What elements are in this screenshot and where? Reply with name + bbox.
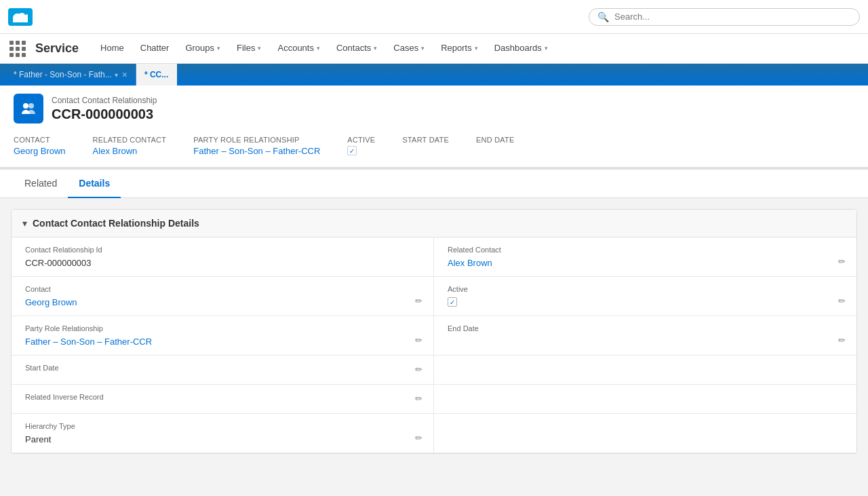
hierarchy-type-value: Parent xyxy=(25,434,420,444)
field-empty-1 xyxy=(434,356,856,385)
detail-grid: Contact Relationship Id CCR-000000003 Re… xyxy=(12,237,856,453)
search-bar[interactable]: 🔍 xyxy=(589,8,860,26)
header-active-checkbox xyxy=(347,146,357,155)
cases-chevron-icon: ▾ xyxy=(421,45,425,52)
detail-section: ▾ Contact Contact Relationship Details C… xyxy=(11,209,857,454)
field-end-date: End Date ✏ xyxy=(434,316,856,356)
contact-relationship-id-value: CCR-000000003 xyxy=(25,258,420,268)
active-edit-icon[interactable]: ✏ xyxy=(838,296,846,306)
app-nav: Service Home Chatter Groups▾ Files▾ Acco… xyxy=(0,34,868,64)
detail-tabs: Related Details xyxy=(0,170,868,198)
section-chevron-icon: ▾ xyxy=(22,218,27,229)
search-icon: 🔍 xyxy=(597,12,609,22)
nav-item-dashboards[interactable]: Dashboards▾ xyxy=(486,34,556,63)
tab-details[interactable]: Details xyxy=(68,170,121,198)
dashboards-chevron-icon: ▾ xyxy=(545,45,548,52)
search-input[interactable] xyxy=(614,12,851,22)
header-contact-field: Contact Georg Brown xyxy=(14,136,66,156)
record-header: Contact Contact Relationship CCR-0000000… xyxy=(0,85,868,168)
contact-edit-icon[interactable]: ✏ xyxy=(415,296,422,306)
tab-ccr[interactable]: * CC... xyxy=(136,64,177,85)
section-title: Contact Contact Relationship Details xyxy=(33,218,199,229)
party-role-relationship-value[interactable]: Father – Son-Son – Father-CCR xyxy=(25,337,420,347)
nav-item-reports[interactable]: Reports▾ xyxy=(433,34,486,63)
nav-item-chatter[interactable]: Chatter xyxy=(132,34,178,63)
tab-chevron-icon: ▾ xyxy=(115,71,118,79)
svg-point-1 xyxy=(28,103,34,109)
header-related-contact-field: Related Contact Alex Brown xyxy=(93,136,167,156)
field-related-contact: Related Contact Alex Brown ✏ xyxy=(434,237,856,277)
salesforce-logo[interactable] xyxy=(8,8,33,26)
svg-point-0 xyxy=(23,103,28,109)
nav-item-accounts[interactable]: Accounts▾ xyxy=(269,34,328,63)
field-contact: Contact Georg Brown ✏ xyxy=(12,277,434,316)
top-nav: 🔍 xyxy=(0,0,868,34)
tabs-bar: * Father - Son-Son - Fath... ▾ × * CC... xyxy=(0,64,868,85)
reports-chevron-icon: ▾ xyxy=(475,45,478,52)
active-checkbox xyxy=(448,297,457,307)
hierarchy-type-edit-icon[interactable]: ✏ xyxy=(415,433,422,443)
contact-value[interactable]: Georg Brown xyxy=(25,297,420,307)
header-related-contact-value[interactable]: Alex Brown xyxy=(93,146,167,156)
record-title: CCR-000000003 xyxy=(52,107,157,122)
field-empty-2 xyxy=(434,385,856,414)
app-name: Service xyxy=(35,41,79,56)
header-party-role-value[interactable]: Father – Son-Son – Father-CCR xyxy=(193,146,320,156)
party-role-edit-icon[interactable]: ✏ xyxy=(415,335,422,345)
nav-item-files[interactable]: Files▾ xyxy=(229,34,269,63)
files-chevron-icon: ▾ xyxy=(258,45,261,52)
contacts-chevron-icon: ▾ xyxy=(374,45,377,52)
record-fields: Contact Georg Brown Related Contact Alex… xyxy=(14,133,854,156)
related-inverse-edit-icon[interactable]: ✏ xyxy=(415,394,422,404)
section-header[interactable]: ▾ Contact Contact Relationship Details xyxy=(12,210,856,237)
record-icon xyxy=(14,94,43,123)
field-related-inverse-record: Related Inverse Record ✏ xyxy=(12,385,434,414)
nav-item-home[interactable]: Home xyxy=(92,34,132,63)
header-party-role-field: Party Role Relationship Father – Son-Son… xyxy=(193,136,320,156)
nav-items: Home Chatter Groups▾ Files▾ Accounts▾ Co… xyxy=(92,34,556,63)
record-type-label: Contact Contact Relationship xyxy=(52,96,157,105)
accounts-chevron-icon: ▾ xyxy=(317,45,320,52)
groups-chevron-icon: ▾ xyxy=(217,45,220,52)
end-date-edit-icon[interactable]: ✏ xyxy=(838,335,846,345)
field-start-date: Start Date ✏ xyxy=(12,356,434,385)
field-empty-3 xyxy=(434,414,856,453)
field-contact-relationship-id: Contact Relationship Id CCR-000000003 xyxy=(12,237,434,277)
app-grid-icon[interactable] xyxy=(5,37,30,61)
nav-item-cases[interactable]: Cases▾ xyxy=(385,34,433,63)
tab-father-son[interactable]: * Father - Son-Son - Fath... ▾ × xyxy=(5,64,136,85)
field-hierarchy-type: Hierarchy Type Parent ✏ xyxy=(12,414,434,453)
tab-close-icon[interactable]: × xyxy=(122,70,127,79)
related-contact-edit-icon[interactable]: ✏ xyxy=(838,256,846,267)
start-date-edit-icon[interactable]: ✏ xyxy=(415,364,422,375)
header-end-date-field: End Date xyxy=(476,136,515,156)
field-party-role-relationship: Party Role Relationship Father – Son-Son… xyxy=(12,316,434,356)
tab-related[interactable]: Related xyxy=(14,170,68,198)
header-start-date-field: Start Date xyxy=(402,136,449,156)
header-active-field: Active xyxy=(347,136,375,156)
nav-item-groups[interactable]: Groups▾ xyxy=(177,34,229,63)
header-contact-value[interactable]: Georg Brown xyxy=(14,146,66,156)
related-contact-value[interactable]: Alex Brown xyxy=(448,258,843,268)
nav-item-contacts[interactable]: Contacts▾ xyxy=(328,34,385,63)
field-active: Active ✏ xyxy=(434,277,856,316)
